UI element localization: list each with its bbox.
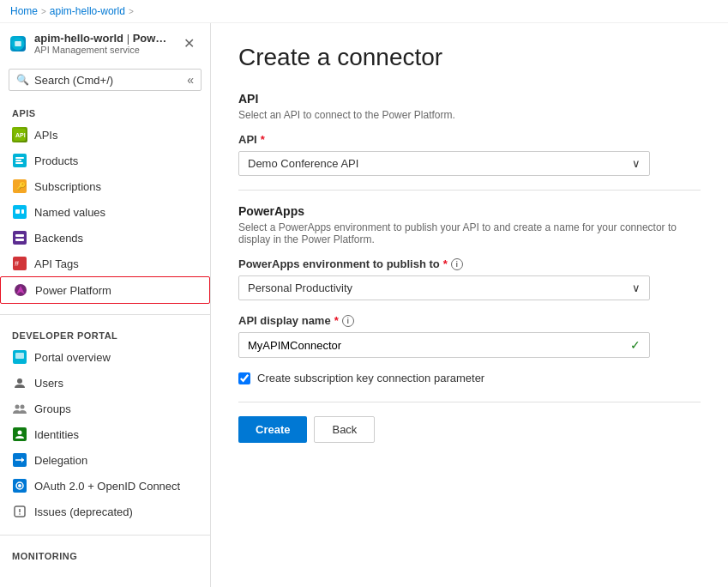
apis-label: APIs: [34, 129, 57, 142]
svg-text:🔑: 🔑: [16, 181, 27, 191]
svg-rect-5: [15, 157, 24, 159]
svg-rect-14: [15, 234, 24, 237]
portal-overview-label: Portal overview: [34, 351, 111, 364]
svg-rect-13: [13, 231, 27, 245]
env-select-value: Personal Productivity: [248, 281, 632, 294]
search-box[interactable]: 🔍 «: [9, 69, 202, 91]
sidebar-item-backends[interactable]: Backends: [0, 225, 210, 251]
env-field-group: PowerApps environment to publish to * i …: [238, 257, 701, 300]
page-title: Create a connector: [238, 44, 701, 71]
svg-point-26: [18, 431, 22, 435]
sidebar-item-issues[interactable]: Issues (deprecated): [0, 499, 210, 524]
svg-text:#: #: [15, 259, 19, 268]
display-name-field-label: API display name * i: [238, 314, 701, 327]
env-select[interactable]: Personal Productivity ∨: [238, 275, 650, 300]
sidebar-item-delegation[interactable]: Delegation: [0, 447, 210, 473]
powerapps-section-desc: Select a PowerApps environment to publis…: [238, 221, 701, 245]
breadcrumb-home[interactable]: Home: [10, 5, 38, 17]
sidebar-item-api-tags[interactable]: # API Tags: [0, 251, 210, 276]
app-icon: [10, 36, 26, 51]
api-tags-icon: #: [12, 256, 27, 271]
svg-rect-12: [21, 209, 24, 214]
app-name: apim-hello-world: [34, 32, 123, 45]
env-info-icon[interactable]: i: [451, 258, 463, 270]
api-field-label: API *: [238, 133, 701, 146]
subscriptions-label: Subscriptions: [34, 180, 101, 193]
api-chevron-icon: ∨: [632, 157, 641, 170]
named-values-icon: [12, 204, 27, 220]
svg-rect-11: [15, 209, 20, 214]
svg-text:API: API: [15, 132, 26, 138]
sidebar-item-identities[interactable]: Identities: [0, 421, 210, 447]
breadcrumb-resource[interactable]: apim-hello-world: [50, 5, 125, 17]
powerapps-section-heading: PowerApps: [238, 204, 701, 218]
monitoring-section-label: Monitoring: [0, 546, 210, 565]
breadcrumb-sep-1: >: [41, 7, 46, 16]
api-icon: API: [12, 127, 27, 142]
display-name-field[interactable]: ✓: [238, 332, 650, 358]
app-subtitle: API Management service: [34, 45, 170, 55]
svg-point-23: [15, 405, 20, 409]
close-button[interactable]: ✕: [178, 33, 200, 53]
power-platform-label: Power Platform: [35, 284, 111, 297]
issues-icon: [12, 504, 27, 519]
svg-point-24: [21, 405, 25, 409]
apis-section: APIs API APIs Products 🔑 Subscriptions N…: [0, 96, 210, 311]
sidebar-item-products[interactable]: Products: [0, 148, 210, 173]
issues-label: Issues (deprecated): [34, 505, 133, 518]
svg-rect-7: [15, 162, 23, 164]
backends-label: Backends: [34, 232, 83, 245]
api-tags-label: API Tags: [34, 257, 79, 270]
sidebar-item-groups[interactable]: Groups: [0, 396, 210, 421]
oauth-icon: [12, 478, 27, 493]
sidebar-item-subscriptions[interactable]: 🔑 Subscriptions: [0, 173, 210, 199]
oauth-label: OAuth 2.0 + OpenID Connect: [34, 480, 180, 493]
subscription-key-row[interactable]: Create subscription key connection param…: [238, 372, 701, 384]
power-platform-icon: [13, 282, 28, 298]
portal-overview-icon: [12, 349, 27, 365]
groups-label: Groups: [34, 402, 71, 415]
svg-point-35: [19, 513, 21, 515]
sidebar: apim-hello-world | Power Platform API Ma…: [0, 23, 211, 587]
api-select-value: Demo Conference API: [248, 157, 632, 170]
users-label: Users: [34, 377, 63, 390]
sidebar-item-users[interactable]: Users: [0, 370, 210, 396]
api-select[interactable]: Demo Conference API ∨: [238, 151, 650, 176]
products-icon: [12, 153, 27, 168]
identities-icon: [12, 427, 27, 442]
subscription-key-checkbox[interactable]: [238, 372, 250, 384]
sidebar-item-portal-overview[interactable]: Portal overview: [0, 344, 210, 370]
subscriptions-icon: 🔑: [12, 179, 27, 194]
back-button[interactable]: Back: [314, 416, 375, 443]
env-chevron-icon: ∨: [632, 281, 641, 294]
sidebar-item-power-platform[interactable]: Power Platform: [0, 276, 210, 304]
display-name-field-group: API display name * i ✓: [238, 314, 701, 358]
delegation-icon: [12, 452, 27, 468]
svg-rect-6: [15, 160, 21, 161]
api-section-desc: Select an API to connect to the Power Pl…: [238, 109, 701, 121]
action-buttons: Create Back: [238, 416, 701, 443]
display-name-input[interactable]: [248, 339, 630, 352]
svg-rect-21: [15, 353, 24, 359]
users-icon: [12, 375, 27, 390]
sidebar-item-apis[interactable]: API APIs: [0, 122, 210, 148]
svg-rect-1: [15, 41, 21, 46]
search-icon: 🔍: [16, 74, 29, 86]
display-name-required-star: *: [334, 314, 339, 327]
svg-point-32: [18, 484, 21, 487]
delegation-label: Delegation: [34, 454, 87, 467]
sidebar-item-oauth[interactable]: OAuth 2.0 + OpenID Connect: [0, 473, 210, 499]
display-name-info-icon[interactable]: i: [342, 315, 354, 327]
identities-label: Identities: [34, 428, 79, 441]
collapse-icon[interactable]: «: [187, 73, 194, 87]
env-field-label: PowerApps environment to publish to * i: [238, 257, 701, 270]
api-required-star: *: [261, 133, 265, 146]
search-input[interactable]: [34, 74, 182, 87]
api-field-group: API * Demo Conference API ∨: [238, 133, 701, 176]
check-icon: ✓: [630, 338, 641, 352]
create-button[interactable]: Create: [238, 416, 307, 443]
apis-section-label: APIs: [0, 103, 210, 122]
sidebar-item-named-values[interactable]: Named values: [0, 199, 210, 225]
subscription-key-label: Create subscription key connection param…: [257, 372, 484, 384]
page-name-header: Power Platform: [133, 32, 170, 45]
